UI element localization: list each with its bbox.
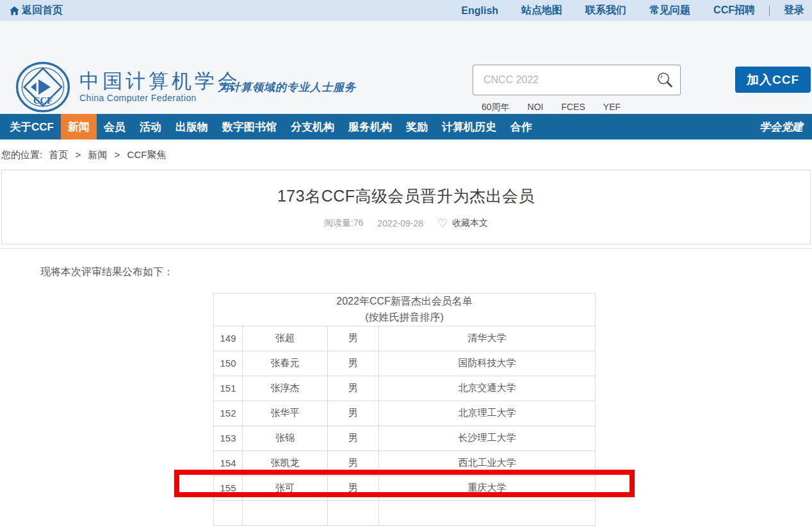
article-title-card: 173名CCF高级会员晋升为杰出会员 阅读量:76 2022-09-28 ♡ 收… bbox=[1, 170, 811, 244]
cell-name: 张超 bbox=[243, 326, 328, 351]
ccf-news-page: 返回首页 English 站点地图 联系我们 常见问题 CCF招聘 登录 CCF… bbox=[0, 0, 812, 526]
cell-no: 151 bbox=[214, 376, 243, 401]
table-title: 2022年CCF新晋杰出会员名单 (按姓氏拼音排序) bbox=[214, 294, 596, 326]
topbar-link-english[interactable]: English bbox=[461, 5, 498, 17]
cell-name: 张可 bbox=[243, 475, 328, 500]
cell-affiliation bbox=[379, 500, 596, 525]
table-row: 153 张锦 男 长沙理工大学 bbox=[214, 426, 596, 450]
breadcrumb-prefix: 您的位置: bbox=[1, 149, 42, 160]
table-row-highlighted: 154 张凯龙 男 西北工业大学 bbox=[214, 450, 596, 475]
table-caption-row: 2022年CCF新晋杰出会员名单 (按姓氏拼音排序) bbox=[214, 294, 596, 326]
cell-no: 150 bbox=[214, 351, 243, 376]
breadcrumb-separator: > bbox=[115, 149, 120, 160]
cell-name: 张春元 bbox=[243, 351, 328, 376]
org-name-block: 中国计算机学会 China Computer Federation bbox=[79, 71, 241, 103]
topbar-link-sitemap[interactable]: 站点地图 bbox=[521, 4, 562, 17]
table-title-line1: 2022年CCF新晋杰出会员名单 bbox=[214, 294, 595, 310]
breadcrumb-separator: > bbox=[76, 149, 81, 160]
cell-gender: 男 bbox=[328, 475, 379, 500]
join-ccf-button[interactable]: 加入CCF bbox=[735, 67, 811, 93]
article-content: 现将本次评审结果公布如下： 2022年CCF新晋杰出会员名单 (按姓氏拼音排序)… bbox=[0, 248, 812, 526]
cell-gender: 男 bbox=[328, 426, 379, 450]
cell-name: 张淳杰 bbox=[243, 376, 328, 401]
nav-item-party-building[interactable]: 学会党建 bbox=[759, 114, 812, 139]
cell-gender: 男 bbox=[328, 351, 379, 376]
favorite-button[interactable]: ♡ 收藏本文 bbox=[437, 218, 488, 229]
org-name-cn: 中国计算机学会 bbox=[79, 71, 241, 91]
search-zone: 60周年 NOI FCES YEF bbox=[473, 65, 684, 113]
search-box bbox=[473, 65, 681, 95]
cell-affiliation: 北京交通大学 bbox=[379, 376, 596, 401]
nav-item-news[interactable]: 新闻 bbox=[61, 114, 97, 139]
main-nav: 关于CCF 新闻 会员 活动 出版物 数字图书馆 分支机构 服务机构 奖励 计算… bbox=[0, 114, 812, 139]
topbar-link-contact[interactable]: 联系我们 bbox=[585, 4, 626, 17]
search-icon[interactable] bbox=[656, 71, 674, 89]
table-row: 149 张超 男 清华大学 bbox=[214, 326, 596, 351]
cell-name: 张锦 bbox=[243, 426, 328, 450]
nav-item-awards[interactable]: 奖励 bbox=[399, 114, 435, 139]
ccf-logo-emblem: CCF bbox=[15, 60, 70, 115]
cell-no: 149 bbox=[214, 326, 243, 351]
nav-item-activities[interactable]: 活动 bbox=[133, 114, 168, 139]
table-row: 150 张春元 男 国防科技大学 bbox=[214, 351, 596, 376]
login-link[interactable]: 登录 bbox=[784, 4, 804, 17]
cell-affiliation: 清华大学 bbox=[379, 326, 596, 351]
intro-paragraph: 现将本次评审结果公布如下： bbox=[40, 266, 812, 279]
nav-item-cooperation[interactable]: 合作 bbox=[503, 114, 539, 139]
org-tagline: 为计算领域的专业人士服务 bbox=[218, 80, 356, 95]
table-title-line2: (按姓氏拼音排序) bbox=[214, 310, 595, 326]
back-to-home-label: 返回首页 bbox=[22, 4, 63, 17]
cell-name: 张凯龙 bbox=[243, 450, 328, 475]
heart-icon: ♡ bbox=[437, 218, 448, 229]
cell-no: 154 bbox=[214, 450, 243, 475]
cell-affiliation: 国防科技大学 bbox=[379, 351, 596, 376]
breadcrumb-ccf-focus[interactable]: CCF聚焦 bbox=[127, 149, 166, 160]
home-icon bbox=[9, 6, 20, 16]
cell-no bbox=[214, 500, 243, 525]
cell-gender bbox=[328, 500, 379, 525]
cell-gender: 男 bbox=[328, 401, 379, 426]
nav-item-services[interactable]: 服务机构 bbox=[341, 114, 399, 139]
hot-link-noi[interactable]: NOI bbox=[528, 102, 544, 113]
hot-link-yef[interactable]: YEF bbox=[603, 102, 621, 113]
table-row: 152 张华平 男 北京理工大学 bbox=[214, 401, 596, 426]
table-row: 151 张淳杰 男 北京交通大学 bbox=[214, 376, 596, 401]
topbar-link-recruit[interactable]: CCF招聘 bbox=[713, 4, 755, 17]
topbar-links: English 站点地图 联系我们 常见问题 CCF招聘 登录 bbox=[461, 4, 804, 17]
nav-item-computer-history[interactable]: 计算机历史 bbox=[435, 114, 503, 139]
nav-item-branches[interactable]: 分支机构 bbox=[284, 114, 341, 139]
cell-affiliation: 重庆大学 bbox=[379, 475, 596, 500]
nav-item-about[interactable]: 关于CCF bbox=[3, 114, 61, 139]
breadcrumb-news[interactable]: 新闻 bbox=[88, 149, 107, 160]
cell-no: 152 bbox=[214, 401, 243, 426]
cell-gender: 男 bbox=[328, 326, 379, 351]
topbar-divider bbox=[769, 6, 770, 16]
cell-name: 张华平 bbox=[243, 401, 328, 426]
hot-link-60th[interactable]: 60周年 bbox=[482, 102, 510, 113]
hot-links: 60周年 NOI FCES YEF bbox=[482, 102, 684, 113]
hot-link-fces[interactable]: FCES bbox=[561, 102, 585, 113]
topbar-link-faq[interactable]: 常见问题 bbox=[649, 4, 690, 17]
views-count: 阅读量:76 bbox=[324, 218, 363, 229]
cell-affiliation: 长沙理工大学 bbox=[379, 426, 596, 450]
svg-text:CCF: CCF bbox=[33, 95, 53, 106]
cell-affiliation: 北京理工大学 bbox=[379, 401, 596, 426]
article-meta: 阅读量:76 2022-09-28 ♡ 收藏本文 bbox=[2, 218, 810, 229]
site-header: CCF 中国计算机学会 China Computer Federation 为计… bbox=[0, 21, 812, 114]
nav-item-membership[interactable]: 会员 bbox=[97, 114, 133, 139]
search-input[interactable] bbox=[482, 74, 656, 86]
ccf-logo-link[interactable]: CCF 中国计算机学会 China Computer Federation bbox=[15, 60, 241, 115]
cell-no: 153 bbox=[214, 426, 243, 450]
back-to-home-link[interactable]: 返回首页 bbox=[9, 4, 63, 17]
nav-item-publications[interactable]: 出版物 bbox=[168, 114, 215, 139]
org-name-en: China Computer Federation bbox=[79, 93, 241, 103]
breadcrumb-home[interactable]: 首页 bbox=[49, 149, 68, 160]
favorite-label: 收藏本文 bbox=[452, 218, 488, 229]
table-row: 155 张可 男 重庆大学 bbox=[214, 475, 596, 500]
cell-gender: 男 bbox=[328, 376, 379, 401]
nav-item-digital-library[interactable]: 数字图书馆 bbox=[215, 114, 284, 139]
page-title: 173名CCF高级会员晋升为杰出会员 bbox=[2, 170, 810, 207]
cell-affiliation: 西北工业大学 bbox=[379, 450, 596, 475]
top-utility-bar: 返回首页 English 站点地图 联系我们 常见问题 CCF招聘 登录 bbox=[0, 0, 812, 21]
cell-name bbox=[243, 500, 328, 525]
